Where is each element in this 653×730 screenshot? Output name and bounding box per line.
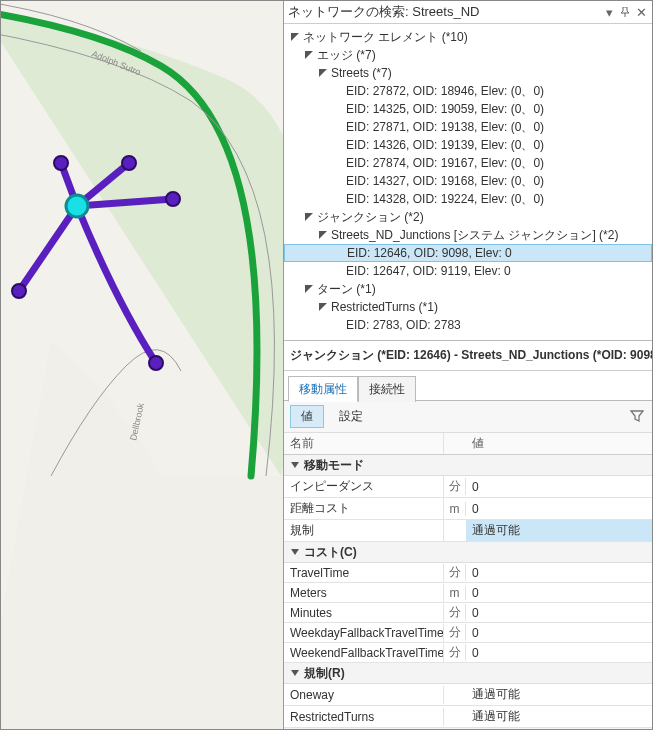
attr-name: Meters: [284, 584, 444, 602]
attr-name: Minutes: [284, 604, 444, 622]
svg-point-3: [166, 192, 180, 206]
attr-value[interactable]: 0: [466, 584, 652, 602]
tree-leaf[interactable]: EID: 14325, OID: 19059, Elev: (0、0): [284, 100, 652, 118]
pin-icon[interactable]: [618, 5, 632, 19]
attr-value[interactable]: 0: [466, 500, 652, 518]
svg-point-1: [54, 156, 68, 170]
tree-restricted-turns[interactable]: RestrictedTurns (*1): [284, 298, 652, 316]
grid-row[interactable]: 距離コストm0: [284, 498, 652, 520]
tab-connectivity[interactable]: 接続性: [358, 376, 416, 402]
collapse-icon[interactable]: [290, 668, 300, 678]
subtab-settings[interactable]: 設定: [328, 405, 374, 428]
attr-name: TravelTime: [284, 564, 444, 582]
detail-header: ジャンクション (*EID: 12646) - Streets_ND_Junct…: [284, 341, 652, 371]
sub-tabs: 値 設定: [284, 401, 652, 433]
tree-streets[interactable]: Streets (*7): [284, 64, 652, 82]
attr-value[interactable]: 0: [466, 604, 652, 622]
section-descriptor[interactable]: 記述子(D): [284, 728, 652, 729]
tree-leaf-selected[interactable]: EID: 12646, OID: 9098, Elev: 0: [284, 244, 652, 262]
attr-unit: 分: [444, 644, 466, 661]
attr-value[interactable]: 通過可能: [466, 520, 652, 541]
grid-row[interactable]: インピーダンス分0: [284, 476, 652, 498]
tree-leaf[interactable]: EID: 27871, OID: 19138, Elev: (0、0): [284, 118, 652, 136]
tree-turns[interactable]: ターン (*1): [284, 280, 652, 298]
expand-icon[interactable]: [290, 32, 300, 42]
attr-unit: m: [444, 502, 466, 516]
tree-leaf[interactable]: EID: 14327, OID: 19168, Elev: (0、0): [284, 172, 652, 190]
expand-icon[interactable]: [304, 50, 314, 60]
attributes-grid[interactable]: 名前 値 移動モード インピーダンス分0距離コストm0規制通過可能 コスト(C)…: [284, 433, 652, 729]
tree-leaf[interactable]: EID: 27874, OID: 19167, Elev: (0、0): [284, 154, 652, 172]
attr-value[interactable]: 0: [466, 564, 652, 582]
attr-unit: 分: [444, 478, 466, 495]
grid-row[interactable]: Minutes分0: [284, 603, 652, 623]
grid-row[interactable]: RestrictedTurns通過可能: [284, 706, 652, 728]
grid-row[interactable]: Metersm0: [284, 583, 652, 603]
tree-leaf[interactable]: EID: 14326, OID: 19139, Elev: (0、0): [284, 136, 652, 154]
section-restriction[interactable]: 規制(R): [284, 663, 652, 684]
tab-travel-attributes[interactable]: 移動属性: [288, 376, 358, 402]
section-cost[interactable]: コスト(C): [284, 542, 652, 563]
attr-value[interactable]: 0: [466, 478, 652, 496]
expand-icon[interactable]: [304, 284, 314, 294]
svg-point-4: [12, 284, 26, 298]
attr-name: WeekdayFallbackTravelTime: [284, 624, 444, 642]
attr-name: Oneway: [284, 686, 444, 704]
attr-value[interactable]: 0: [466, 644, 652, 662]
attr-unit: 分: [444, 564, 466, 581]
grid-row[interactable]: WeekdayFallbackTravelTime分0: [284, 623, 652, 643]
svg-point-6: [66, 195, 88, 217]
grid-row[interactable]: TravelTime分0: [284, 563, 652, 583]
svg-point-5: [149, 356, 163, 370]
tree-leaf[interactable]: EID: 2783, OID: 2783: [284, 316, 652, 334]
tree-leaf[interactable]: EID: 27872, OID: 18946, Elev: (0、0): [284, 82, 652, 100]
attr-unit: 分: [444, 624, 466, 641]
expand-icon[interactable]: [318, 230, 328, 240]
attr-name: RestrictedTurns: [284, 708, 444, 726]
main-tabs: 移動属性 接続性: [284, 371, 652, 401]
tree-junctions[interactable]: ジャンクション (*2): [284, 208, 652, 226]
col-head-name[interactable]: 名前: [284, 433, 444, 454]
attr-value[interactable]: 通過可能: [466, 684, 652, 705]
col-head-value[interactable]: 値: [466, 433, 652, 454]
expand-icon[interactable]: [318, 302, 328, 312]
collapse-icon[interactable]: [290, 547, 300, 557]
grid-row[interactable]: 規制通過可能: [284, 520, 652, 542]
explore-network-pane: ネットワークの検索: Streets_ND ▾ ✕ ネットワーク エレメント (…: [283, 1, 652, 729]
collapse-icon[interactable]: [290, 460, 300, 470]
attr-name: インピーダンス: [284, 476, 444, 497]
tree-edges[interactable]: エッジ (*7): [284, 46, 652, 64]
attr-name: 距離コスト: [284, 498, 444, 519]
close-icon[interactable]: ✕: [634, 5, 648, 19]
attr-name: 規制: [284, 520, 444, 541]
filter-icon[interactable]: [630, 409, 646, 425]
tree-junctions-sys[interactable]: Streets_ND_Junctions [システム ジャンクション] (*2): [284, 226, 652, 244]
subtab-value[interactable]: 値: [290, 405, 324, 428]
dropdown-icon[interactable]: ▾: [602, 5, 616, 19]
attr-name: WeekendFallbackTravelTime: [284, 644, 444, 662]
tree-leaf[interactable]: EID: 12647, OID: 9119, Elev: 0: [284, 262, 652, 280]
pane-title: ネットワークの検索: Streets_ND: [288, 3, 479, 21]
tree-leaf[interactable]: EID: 14328, OID: 19224, Elev: (0、0): [284, 190, 652, 208]
expand-icon[interactable]: [304, 212, 314, 222]
tree-root[interactable]: ネットワーク エレメント (*10): [284, 28, 652, 46]
attr-value[interactable]: 通過可能: [466, 706, 652, 727]
map-canvas: Adolph Sutro Dellbrook: [1, 1, 283, 729]
attr-unit: m: [444, 586, 466, 600]
expand-icon[interactable]: [318, 68, 328, 78]
section-travel-mode[interactable]: 移動モード: [284, 455, 652, 476]
pane-titlebar: ネットワークの検索: Streets_ND ▾ ✕: [284, 1, 652, 24]
attr-unit: 分: [444, 604, 466, 621]
grid-row[interactable]: Oneway通過可能: [284, 684, 652, 706]
grid-header: 名前 値: [284, 433, 652, 455]
attr-value[interactable]: 0: [466, 624, 652, 642]
network-elements-tree[interactable]: ネットワーク エレメント (*10) エッジ (*7) Streets (*7)…: [284, 24, 652, 341]
svg-point-2: [122, 156, 136, 170]
grid-row[interactable]: WeekendFallbackTravelTime分0: [284, 643, 652, 663]
map-pane[interactable]: Adolph Sutro Dellbrook: [1, 1, 283, 729]
